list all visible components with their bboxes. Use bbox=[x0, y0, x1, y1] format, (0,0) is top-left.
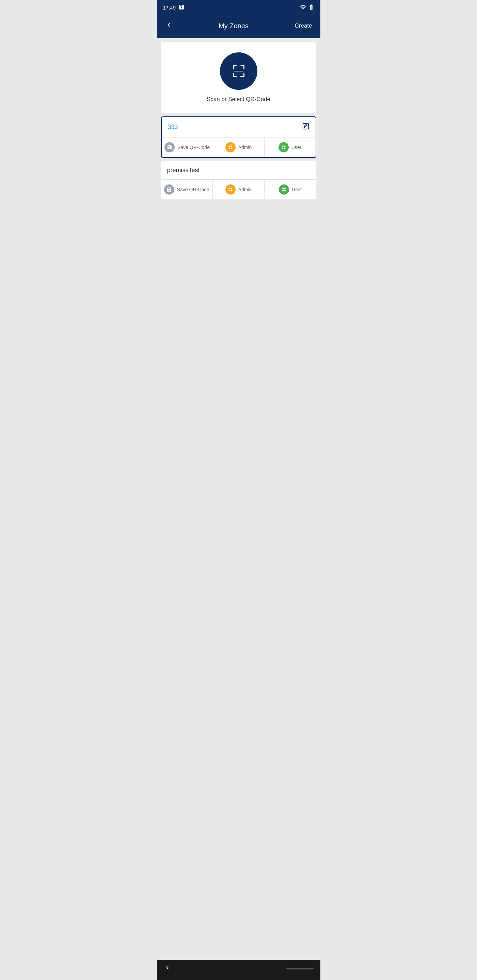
svg-rect-18 bbox=[228, 188, 230, 189]
main-content: Scan or Select QR-Code 333 Save QR-C bbox=[157, 38, 321, 960]
zone-header-premisstest: premissTest bbox=[161, 161, 316, 180]
status-bar: 17:49 bbox=[157, 0, 321, 15]
user-button-333[interactable]: User bbox=[265, 137, 316, 157]
admin-button-333[interactable]: Admin bbox=[213, 137, 265, 157]
svg-rect-19 bbox=[228, 190, 230, 192]
scanner-icon-circle[interactable] bbox=[220, 52, 257, 90]
user-label-333: User bbox=[292, 145, 302, 150]
header: My Zones Create bbox=[157, 15, 321, 38]
svg-rect-17 bbox=[284, 148, 285, 150]
user-icon-333 bbox=[279, 142, 289, 153]
svg-rect-20 bbox=[230, 188, 232, 189]
scan-icon bbox=[230, 62, 248, 80]
svg-rect-23 bbox=[282, 190, 284, 192]
scanner-card[interactable]: Scan or Select QR-Code bbox=[161, 42, 316, 113]
svg-rect-8 bbox=[234, 71, 243, 72]
zone-name-premisstest: premissTest bbox=[167, 167, 200, 174]
notification-icon bbox=[179, 4, 185, 11]
zone-card-333: 333 Save QR-Code bbox=[161, 116, 316, 158]
svg-rect-21 bbox=[230, 190, 232, 192]
zone-header-333: 333 bbox=[162, 117, 316, 137]
zone-edit-button-333[interactable] bbox=[302, 123, 309, 132]
back-button[interactable] bbox=[164, 20, 174, 32]
battery-icon bbox=[308, 4, 314, 11]
svg-rect-24 bbox=[284, 188, 286, 189]
svg-rect-13 bbox=[230, 148, 232, 150]
wifi-icon bbox=[300, 4, 306, 11]
nav-back-button[interactable] bbox=[164, 964, 171, 973]
admin-button-premisstest[interactable]: Admin bbox=[213, 180, 265, 199]
zone-actions-premisstest: Save QR-Code Admin bbox=[161, 180, 316, 199]
svg-rect-10 bbox=[228, 146, 230, 147]
page-title: My Zones bbox=[219, 22, 249, 30]
save-qr-label-333: Save QR-Code bbox=[177, 145, 210, 150]
save-qr-icon-333 bbox=[164, 142, 175, 153]
svg-rect-1 bbox=[233, 65, 234, 69]
save-qr-button-premisstest[interactable]: Save QR-Code bbox=[161, 180, 213, 199]
zone-name-333: 333 bbox=[168, 124, 178, 130]
save-qr-label-premisstest: Save QR-Code bbox=[177, 187, 209, 192]
create-button[interactable]: Create bbox=[293, 21, 313, 30]
zone-actions-333: Save QR-Code Admin bbox=[162, 137, 316, 157]
user-label-premisstest: User bbox=[292, 187, 302, 192]
status-bar-right bbox=[300, 4, 314, 11]
status-bar-left: 17:49 bbox=[163, 4, 185, 11]
scanner-label: Scan or Select QR-Code bbox=[207, 96, 270, 103]
user-button-premisstest[interactable]: User bbox=[265, 180, 316, 199]
svg-rect-11 bbox=[228, 148, 230, 150]
admin-icon-premisstest bbox=[225, 185, 236, 195]
save-qr-button-333[interactable]: Save QR-Code bbox=[162, 137, 213, 157]
admin-icon-333 bbox=[225, 142, 236, 153]
svg-rect-7 bbox=[243, 73, 244, 77]
svg-rect-25 bbox=[284, 190, 286, 192]
zone-card-premisstest: premissTest Save QR-Code bbox=[161, 161, 316, 199]
admin-label-333: Admin bbox=[238, 145, 252, 150]
save-qr-icon-premisstest bbox=[164, 185, 174, 195]
bottom-nav bbox=[157, 960, 321, 980]
home-indicator bbox=[286, 968, 314, 969]
svg-rect-14 bbox=[282, 146, 283, 147]
svg-rect-22 bbox=[282, 188, 284, 189]
svg-rect-15 bbox=[282, 148, 283, 150]
svg-rect-12 bbox=[230, 146, 232, 147]
admin-label-premisstest: Admin bbox=[238, 187, 252, 192]
svg-rect-3 bbox=[243, 65, 244, 69]
svg-rect-5 bbox=[233, 73, 234, 77]
user-icon-premisstest bbox=[279, 185, 289, 195]
svg-rect-16 bbox=[284, 146, 285, 147]
time-display: 17:49 bbox=[163, 5, 176, 11]
